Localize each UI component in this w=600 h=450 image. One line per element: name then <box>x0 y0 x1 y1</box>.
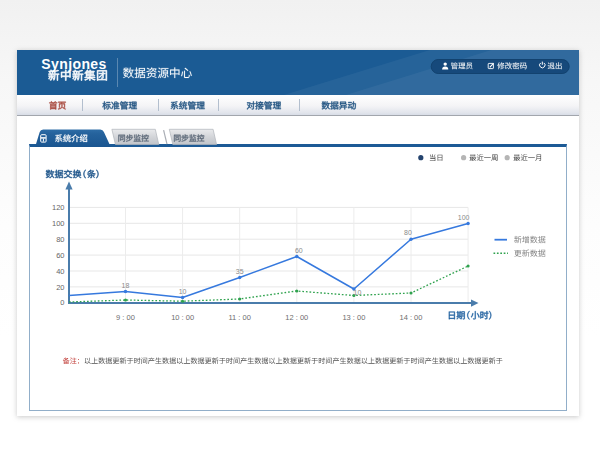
svg-text:80: 80 <box>56 235 64 244</box>
svg-text:60: 60 <box>56 251 64 260</box>
svg-text:10 : 00: 10 : 00 <box>171 313 194 322</box>
svg-text:12 : 00: 12 : 00 <box>285 313 308 322</box>
svg-text:0: 0 <box>60 298 64 307</box>
svg-text:100: 100 <box>52 219 65 228</box>
svg-text:9 : 00: 9 : 00 <box>116 313 135 322</box>
svg-text:60: 60 <box>295 247 303 254</box>
svg-text:100: 100 <box>458 214 470 221</box>
svg-text:35: 35 <box>236 268 244 275</box>
svg-text:10: 10 <box>354 289 362 296</box>
svg-text:13 : 00: 13 : 00 <box>342 313 365 322</box>
svg-text:20: 20 <box>56 283 64 292</box>
svg-text:10: 10 <box>179 288 187 295</box>
svg-text:14 : 00: 14 : 00 <box>400 313 423 322</box>
svg-text:11 : 00: 11 : 00 <box>229 313 251 322</box>
svg-text:80: 80 <box>404 229 412 236</box>
svg-text:120: 120 <box>52 203 65 212</box>
svg-text:18: 18 <box>122 282 130 289</box>
svg-text:40: 40 <box>56 267 64 276</box>
